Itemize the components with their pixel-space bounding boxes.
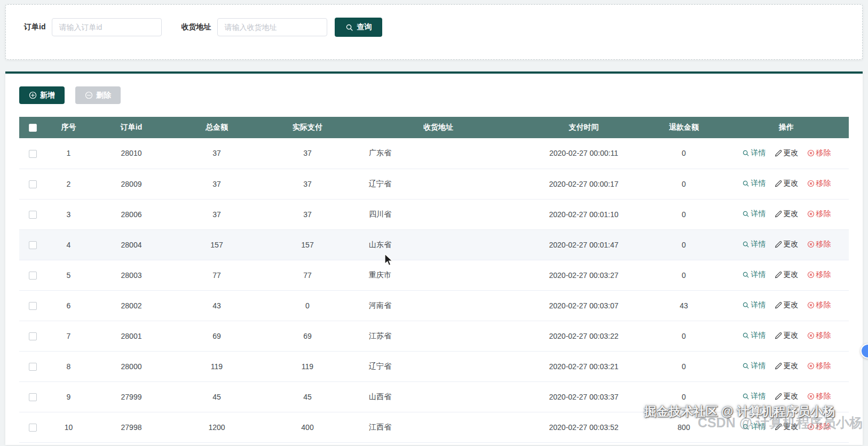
remove-link[interactable]: 移除: [807, 331, 831, 340]
row-checkbox[interactable]: [29, 332, 37, 340]
remove-link[interactable]: 移除: [807, 179, 831, 188]
edit-link[interactable]: 更改: [775, 422, 799, 432]
detail-link[interactable]: 详情: [742, 209, 766, 219]
pencil-icon: [775, 210, 782, 218]
remove-link[interactable]: 移除: [807, 270, 831, 280]
detail-link[interactable]: 详情: [742, 361, 766, 371]
remove-link[interactable]: 移除: [807, 240, 831, 249]
edit-link[interactable]: 更改: [775, 270, 799, 280]
cell-total: 43: [171, 290, 262, 321]
cell-pay-time: 2020-02-27 00:01:10: [524, 199, 644, 229]
row-checkbox[interactable]: [29, 424, 37, 432]
cell-order-id: 28001: [91, 321, 171, 351]
query-button[interactable]: 查询: [335, 18, 382, 37]
cell-paid: 45: [262, 381, 353, 412]
remove-link[interactable]: 移除: [807, 148, 831, 158]
cell-address: 重庆市: [353, 260, 524, 290]
pencil-icon: [775, 241, 782, 248]
remove-link[interactable]: 移除: [807, 422, 831, 432]
edit-link[interactable]: 更改: [775, 148, 799, 158]
order-management-page: 订单id 收货地址 查询 新增: [0, 0, 868, 446]
detail-link[interactable]: 详情: [742, 331, 766, 340]
cell-pay-time: 2020-02-27 00:01:47: [524, 229, 644, 260]
edit-link[interactable]: 更改: [775, 300, 799, 310]
detail-link[interactable]: 详情: [742, 392, 766, 401]
cell-paid: 37: [262, 138, 353, 169]
table-row[interactable]: 628002430河南省2020-02-27 00:03:0743详情更改移除: [19, 290, 849, 321]
add-button-label: 新增: [40, 91, 55, 100]
cell-index: 9: [46, 381, 91, 412]
minus-circle-icon: [85, 91, 93, 99]
table-header-row: 序号 订单id 总金额 实际支付 收货地址 支付时间 退款金额 操作: [19, 117, 849, 138]
remove-link[interactable]: 移除: [807, 209, 831, 219]
detail-link[interactable]: 详情: [742, 270, 766, 280]
cell-order-id: 28006: [91, 199, 171, 229]
table-row[interactable]: 2280093737辽宁省2020-02-27 00:00:170详情更改移除: [19, 169, 849, 199]
detail-link[interactable]: 详情: [742, 300, 766, 310]
table-row[interactable]: 5280037777重庆市2020-02-27 00:03:270详情更改移除: [19, 260, 849, 290]
row-checkbox[interactable]: [29, 272, 37, 280]
row-checkbox[interactable]: [29, 241, 37, 249]
cell-address: 辽宁省: [353, 169, 524, 199]
detail-link[interactable]: 详情: [742, 179, 766, 188]
pencil-icon: [775, 362, 782, 370]
pencil-icon: [775, 393, 782, 400]
cell-address: 河南省: [353, 290, 524, 321]
row-checkbox[interactable]: [29, 363, 37, 371]
col-header-paid: 实际支付: [262, 117, 353, 138]
cell-order-id: 28009: [91, 169, 171, 199]
row-checkbox[interactable]: [29, 393, 37, 401]
remove-link[interactable]: 移除: [807, 392, 831, 401]
cell-refund: 0: [644, 199, 724, 229]
cell-pay-time: 2020-02-27 00:00:17: [524, 169, 644, 199]
cell-total: 37: [171, 138, 262, 169]
cell-paid: 69: [262, 321, 353, 351]
magnifier-icon: [742, 210, 749, 218]
table-row[interactable]: 828000119119辽宁省2020-02-27 00:03:210详情更改移…: [19, 351, 849, 381]
detail-link[interactable]: 详情: [742, 240, 766, 249]
order-id-input[interactable]: [52, 18, 162, 36]
cell-index: 5: [46, 260, 91, 290]
table-row[interactable]: 3280063737四川省2020-02-27 00:01:100详情更改移除: [19, 199, 849, 229]
delete-button[interactable]: 删除: [75, 86, 121, 104]
table-row[interactable]: 10279981200400江西省2020-02-27 00:03:52800详…: [19, 412, 849, 442]
edit-link[interactable]: 更改: [775, 179, 799, 188]
row-checkbox[interactable]: [29, 211, 37, 219]
cell-index: 2: [46, 169, 91, 199]
edit-link[interactable]: 更改: [775, 331, 799, 340]
address-input[interactable]: [217, 18, 327, 36]
detail-link[interactable]: 详情: [742, 422, 766, 432]
cell-refund: 0: [644, 381, 724, 412]
search-icon: [345, 23, 353, 31]
edit-link[interactable]: 更改: [775, 209, 799, 219]
table-row[interactable]: 1280103737广东省2020-02-27 00:00:110详情更改移除: [19, 138, 849, 169]
col-header-total: 总金额: [171, 117, 262, 138]
cell-order-id: 28002: [91, 290, 171, 321]
cell-address: 山西省: [353, 381, 524, 412]
remove-link[interactable]: 移除: [807, 361, 831, 371]
add-button[interactable]: 新增: [19, 86, 65, 104]
select-all-checkbox[interactable]: [29, 124, 37, 132]
cell-total: 37: [171, 169, 262, 199]
table-row[interactable]: 7280016969江苏省2020-02-27 00:03:220详情更改移除: [19, 321, 849, 351]
cell-paid: 400: [262, 412, 353, 442]
row-checkbox[interactable]: [29, 302, 37, 310]
col-header-index: 序号: [46, 117, 91, 138]
table-row[interactable]: 428004157157山东省2020-02-27 00:01:470详情更改移…: [19, 229, 849, 260]
table-row[interactable]: 9279994545山西省2020-02-27 00:03:370详情更改移除: [19, 381, 849, 412]
edit-link[interactable]: 更改: [775, 392, 799, 401]
cell-total: 69: [171, 321, 262, 351]
detail-link[interactable]: 详情: [742, 148, 766, 158]
remove-link[interactable]: 移除: [807, 300, 831, 310]
cell-address: 江苏省: [353, 321, 524, 351]
col-header-order-id: 订单id: [91, 117, 171, 138]
cell-paid: 37: [262, 199, 353, 229]
edit-link[interactable]: 更改: [775, 361, 799, 371]
cell-paid: 119: [262, 351, 353, 381]
col-header-actions: 操作: [724, 117, 849, 138]
edit-link[interactable]: 更改: [775, 240, 799, 249]
magnifier-icon: [742, 393, 749, 400]
magnifier-icon: [742, 180, 749, 187]
row-checkbox[interactable]: [29, 150, 37, 158]
row-checkbox[interactable]: [29, 180, 37, 188]
